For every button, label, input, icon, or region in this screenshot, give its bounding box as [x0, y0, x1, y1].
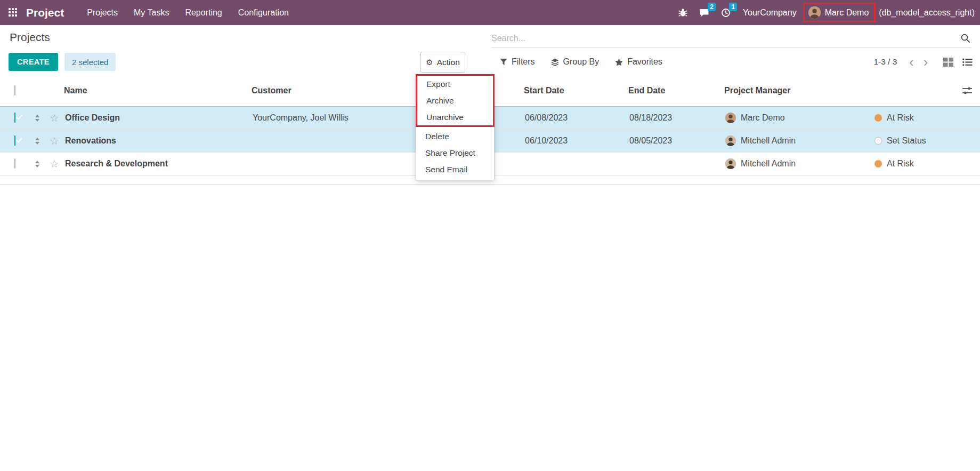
project-end-date: 08/05/2023	[628, 136, 724, 146]
messages-button[interactable]: 2	[693, 0, 715, 25]
view-switcher	[943, 58, 973, 67]
row-checkbox[interactable]	[14, 158, 15, 169]
filter-funnel-icon	[500, 58, 507, 66]
menu-my-tasks[interactable]: My Tasks	[126, 0, 177, 25]
activities-badge: 1	[729, 3, 737, 11]
search-tools: Filters Group By Favorites	[500, 49, 662, 75]
manager-name: Marc Demo	[741, 113, 785, 123]
status-label: At Risk	[887, 113, 914, 123]
pager-and-views: 1-3 / 3 ‹ ›	[873, 49, 973, 75]
top-navbar: Project Projects My Tasks Reporting Conf…	[0, 0, 980, 25]
filters-button[interactable]: Filters	[500, 57, 535, 67]
menu-projects[interactable]: Projects	[79, 0, 126, 25]
favorite-star-icon[interactable]: ☆	[50, 159, 59, 169]
project-name: Renovations	[64, 136, 252, 146]
bug-icon	[678, 8, 687, 17]
menu-item-share-project[interactable]: Share Project	[416, 145, 494, 161]
manager-name: Mitchell Admin	[741, 136, 796, 146]
project-name: Research & Development	[64, 159, 252, 169]
activities-button[interactable]: 1	[715, 0, 736, 25]
user-menu[interactable]: Marc Demo	[803, 3, 876, 22]
pager-value: 1-3 / 3	[873, 57, 897, 67]
debug-bug-icon[interactable]	[673, 0, 693, 25]
favorites-button[interactable]: Favorites	[615, 57, 662, 67]
manager-avatar	[725, 113, 736, 123]
select-all-checkbox[interactable]	[14, 85, 15, 95]
action-dropdown-menu: Export Archive Unarchive Delete Share Pr…	[416, 74, 495, 180]
selected-count-badge[interactable]: 2 selected	[64, 53, 116, 71]
drag-handle-icon[interactable]	[35, 115, 39, 122]
project-manager-cell: Mitchell Admin	[724, 135, 873, 146]
company-switcher[interactable]: YourCompany	[743, 8, 797, 18]
gear-icon: ⚙	[426, 58, 433, 66]
action-button-label: Action	[437, 58, 460, 67]
project-end-date: 08/18/2023	[628, 113, 724, 123]
row-checkbox[interactable]	[14, 113, 15, 123]
manager-name: Mitchell Admin	[741, 159, 796, 169]
project-start-date: 06/08/2023	[524, 113, 628, 123]
project-start-date: 06/10/2023	[524, 136, 628, 146]
create-button[interactable]: CREATE	[9, 53, 58, 71]
groupby-label: Group By	[563, 57, 600, 67]
project-manager-cell: Marc Demo	[724, 113, 873, 123]
app-title: Project	[26, 6, 64, 19]
drag-handle-icon[interactable]	[35, 138, 39, 145]
menu-configuration[interactable]: Configuration	[230, 0, 297, 25]
highlighted-menu-group: Export Archive Unarchive	[416, 74, 495, 127]
menu-item-export[interactable]: Export	[417, 76, 493, 92]
left-actions: CREATE 2 selected	[9, 53, 116, 71]
navbar-systray: 2 1 YourCompany Marc Demo	[673, 0, 975, 25]
drag-handle-icon[interactable]	[35, 161, 39, 167]
project-manager-cell: Mitchell Admin	[724, 158, 873, 169]
project-status-cell[interactable]: At Risk	[873, 113, 954, 123]
user-name: Marc Demo	[825, 8, 869, 18]
apps-grid-icon[interactable]	[9, 8, 18, 18]
search-input[interactable]	[491, 34, 959, 43]
user-avatar	[808, 6, 821, 19]
pager-previous-icon[interactable]: ‹	[904, 55, 918, 69]
column-header-name[interactable]: Name	[64, 86, 252, 95]
control-panel-buttons: CREATE 2 selected ⚙ Action Filters Group…	[0, 49, 980, 75]
main-menu: Projects My Tasks Reporting Configuratio…	[79, 0, 297, 25]
groupby-button[interactable]: Group By	[551, 57, 600, 67]
status-dot-icon	[874, 137, 882, 145]
column-header-project-manager[interactable]: Project Manager	[724, 86, 873, 95]
search-bar	[491, 29, 971, 47]
status-dot-icon	[874, 160, 882, 167]
menu-item-unarchive[interactable]: Unarchive	[417, 109, 493, 125]
list-view-icon[interactable]	[962, 58, 973, 66]
favorite-star-icon[interactable]: ☆	[50, 113, 59, 123]
column-header-end-date[interactable]: End Date	[628, 86, 724, 95]
star-icon	[615, 58, 623, 66]
optional-columns-icon[interactable]	[962, 86, 972, 95]
menu-item-delete[interactable]: Delete	[416, 128, 494, 145]
db-name-label: (db_model_access_right)	[879, 8, 975, 18]
kanban-view-icon[interactable]	[943, 58, 953, 67]
menu-item-send-email[interactable]: Send Email	[416, 161, 494, 178]
favorite-star-icon[interactable]: ☆	[50, 136, 59, 146]
control-panel-top: Projects	[0, 25, 980, 49]
project-status-cell[interactable]: At Risk	[873, 159, 954, 169]
manager-avatar	[725, 135, 736, 146]
layers-icon	[551, 58, 559, 66]
row-checkbox[interactable]	[14, 135, 15, 146]
action-dropdown-button[interactable]: ⚙ Action	[420, 52, 465, 73]
menu-item-archive[interactable]: Archive	[417, 92, 493, 109]
odoo-window: Project Projects My Tasks Reporting Conf…	[0, 0, 980, 471]
project-name: Office Design	[64, 113, 252, 123]
favorites-label: Favorites	[627, 57, 662, 67]
status-label: At Risk	[887, 159, 914, 169]
project-status-cell[interactable]: Set Status	[873, 136, 954, 146]
pager-next-icon[interactable]: ›	[919, 55, 933, 69]
search-icon[interactable]	[959, 33, 971, 43]
column-header-start-date[interactable]: Start Date	[524, 86, 628, 95]
breadcrumb: Projects	[10, 31, 50, 44]
manager-avatar	[725, 158, 736, 169]
status-label: Set Status	[887, 136, 926, 146]
menu-reporting[interactable]: Reporting	[177, 0, 230, 25]
filters-label: Filters	[512, 57, 535, 67]
messages-badge: 2	[708, 3, 716, 11]
status-dot-icon	[874, 114, 882, 122]
